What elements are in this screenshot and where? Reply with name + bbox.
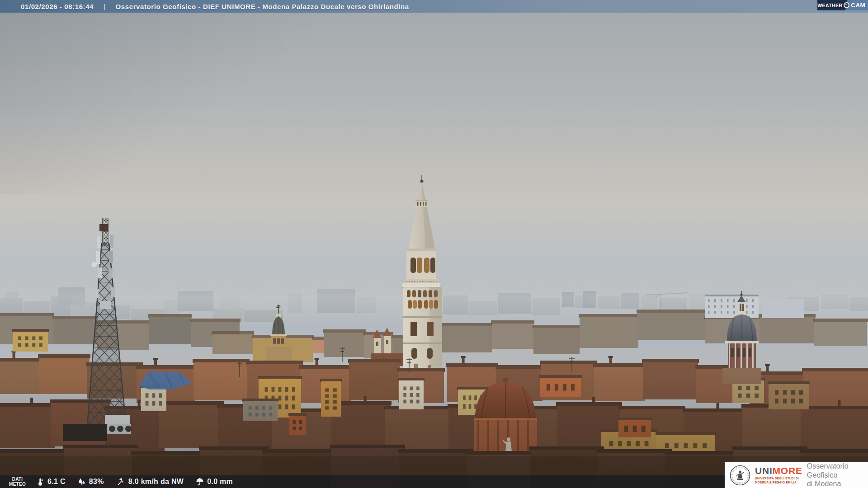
- wind-reading: 8.0 km/h da NW: [116, 477, 184, 486]
- dati-meteo-label: DATI METEO: [9, 477, 26, 487]
- rain-value: 0.0 mm: [207, 478, 233, 486]
- unimore-branding-box: 1175 UNIMORE UNIVERSITÀ DEGLI STUDI DI M…: [725, 462, 868, 488]
- humidity-value: 83%: [89, 478, 104, 486]
- university-name: UNIVERSITÀ DEGLI STUDI DI MODENA E REGGI…: [755, 477, 802, 484]
- unimore-uni: UNI: [755, 465, 773, 476]
- timestamp: 01/02/2026 - 08:16:44: [21, 3, 94, 10]
- temperature-reading: 6.1 C: [36, 477, 66, 486]
- humidity-icon: [77, 477, 86, 486]
- rain-reading: 0.0 mm: [195, 477, 233, 486]
- humidity-reading: 83%: [77, 477, 104, 486]
- weathercam-logo: Weather Cam: [817, 0, 868, 10]
- university-seal-icon: 1175: [729, 465, 751, 486]
- svg-text:1175: 1175: [738, 481, 743, 483]
- webcam-frame: 01/02/2026 - 08:16:44 | Osservatorio Geo…: [0, 0, 868, 488]
- webcam-image: [0, 0, 868, 488]
- wind-value: 8.0 km/h da NW: [128, 478, 184, 486]
- unimore-more: MORE: [773, 465, 802, 476]
- thermometer-icon: [36, 477, 45, 486]
- webcam-title: Osservatorio Geofisico - DIEF UNIMORE - …: [116, 3, 409, 10]
- observatory-name: Osservatorio Geofisico di Modena: [807, 462, 868, 488]
- weathercam-cam-word: Cam: [851, 2, 865, 9]
- temperature-value: 6.1 C: [47, 478, 66, 486]
- wind-icon: [116, 477, 126, 486]
- weathercam-word: Weather: [817, 3, 842, 8]
- overlay-top-bar: 01/02/2026 - 08:16:44 | Osservatorio Geo…: [0, 0, 868, 13]
- rain-icon: [195, 477, 204, 486]
- camera-lens-icon: [844, 2, 849, 8]
- unimore-wordmark: UNIMORE UNIVERSITÀ DEGLI STUDI DI MODENA…: [755, 466, 802, 484]
- separator: |: [104, 3, 106, 10]
